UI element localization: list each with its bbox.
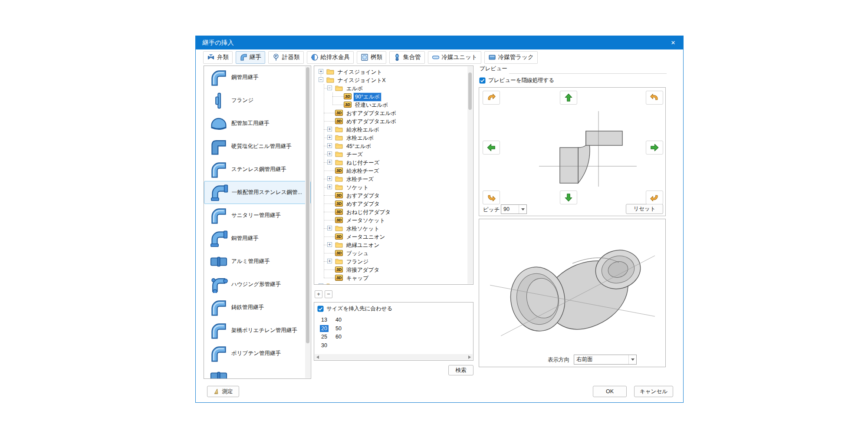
category-stainless-pipe[interactable]: ステンレス鋼管用継手 bbox=[204, 158, 311, 181]
category-general-stainless[interactable]: 一般配管用ステンレス鋼管... bbox=[204, 181, 311, 204]
category-steel-pipe[interactable]: 鋼管用継手 bbox=[204, 66, 311, 89]
tree-item[interactable]: 3Dおすアダプタエルボ bbox=[314, 109, 467, 117]
tree-item[interactable]: +絶縁ユニオン bbox=[314, 241, 467, 249]
size-option[interactable]: 25 bbox=[320, 333, 329, 340]
tree-item[interactable]: 3Dめすアダプタ bbox=[314, 200, 467, 208]
category-flange[interactable]: フランジ bbox=[204, 89, 311, 112]
expand-icon[interactable]: + bbox=[327, 135, 332, 140]
scroll-right-icon[interactable] bbox=[468, 355, 471, 359]
view-direction-dropdown[interactable]: 右前面 bbox=[574, 355, 637, 365]
size-option[interactable]: 40 bbox=[334, 316, 343, 323]
hidden-line-checkbox-row[interactable]: プレビューを隠線処理する bbox=[479, 77, 554, 84]
tab-refrigerant-racks[interactable]: 冷媒管ラック bbox=[484, 51, 538, 64]
tree-item[interactable]: +水栓エルボ bbox=[314, 134, 467, 142]
move-down-button[interactable] bbox=[560, 191, 577, 204]
collapse-all-button[interactable]: − bbox=[325, 290, 332, 298]
category-housing-type[interactable]: ハウジング形管継手 bbox=[204, 273, 311, 296]
rotate-top-left-button[interactable] bbox=[483, 91, 500, 105]
expand-icon[interactable]: + bbox=[327, 160, 332, 164]
tree-item[interactable]: 3D給水栓チーズ bbox=[314, 167, 467, 175]
expand-all-button[interactable]: + bbox=[315, 290, 322, 298]
size-option[interactable]: 30 bbox=[320, 342, 329, 349]
tree-scrollbar[interactable] bbox=[467, 66, 473, 284]
tab-refrigerant-units[interactable]: 冷媒ユニット bbox=[428, 51, 481, 64]
category-pipe-processing[interactable]: 配管加工用継手 bbox=[204, 112, 311, 135]
expand-icon[interactable]: + bbox=[327, 143, 332, 148]
sidebar-scrollbar[interactable] bbox=[305, 66, 310, 378]
tree-item[interactable]: −ナイスジョイントX bbox=[314, 76, 467, 84]
measure-button[interactable]: 測定 bbox=[207, 386, 239, 397]
tree-item[interactable]: 3D径違いエルボ bbox=[314, 101, 467, 109]
category-cast-iron-pipe[interactable]: 鋳鉄管用継手 bbox=[204, 296, 311, 319]
rotate-top-right-button[interactable] bbox=[646, 91, 663, 105]
category-aluminum-pipe[interactable]: アルミ管用継手 bbox=[204, 250, 311, 273]
scroll-left-icon[interactable] bbox=[316, 355, 319, 359]
collapse-icon[interactable]: − bbox=[319, 77, 323, 82]
tree-item[interactable]: + bbox=[314, 282, 467, 285]
tree-item[interactable]: +チーズ bbox=[314, 150, 467, 158]
tree-item[interactable]: +45°エルボ bbox=[314, 142, 467, 150]
ok-button[interactable]: OK bbox=[593, 386, 627, 397]
chevron-down-icon[interactable] bbox=[628, 355, 636, 364]
tree-item[interactable]: 3Dおすアダプタ bbox=[314, 191, 467, 200]
move-left-button[interactable] bbox=[483, 141, 500, 155]
category-polybutene-pipe[interactable]: ポリブテン管用継手 bbox=[204, 342, 311, 365]
tree-item[interactable]: 3Dおねじ付アダプタ bbox=[314, 208, 467, 216]
cancel-button[interactable]: キャンセル bbox=[634, 386, 673, 397]
size-option[interactable]: 50 bbox=[334, 325, 343, 332]
expand-icon[interactable]: + bbox=[327, 226, 332, 230]
fit-size-checkbox-row[interactable]: サイズを挿入先に合わせる bbox=[317, 305, 392, 312]
reset-button[interactable]: リセット bbox=[626, 204, 663, 214]
tree-item[interactable]: 3Dメータユニオン bbox=[314, 233, 467, 241]
sidebar-scrollbar-thumb[interactable] bbox=[306, 67, 309, 343]
tree-item[interactable]: +フランジ bbox=[314, 257, 467, 266]
collapse-icon[interactable]: − bbox=[327, 85, 332, 90]
expand-icon[interactable]: + bbox=[327, 127, 332, 132]
category-crosslinked-polyethylene[interactable]: 架橋ポリエチレン管用継手 bbox=[204, 319, 311, 342]
chevron-down-icon[interactable] bbox=[519, 205, 526, 214]
category-copper-pipe[interactable]: 銅管用継手 bbox=[204, 227, 311, 250]
pitch-dropdown[interactable]: 90 bbox=[501, 204, 527, 214]
dialog-titlebar[interactable]: 継手の挿入 ✕ bbox=[196, 36, 683, 49]
category-pvc-pipe[interactable]: 硬質塩化ビニル管用継手 bbox=[204, 135, 311, 158]
tree-item[interactable]: +ねじ付チーズ bbox=[314, 158, 467, 167]
expand-icon[interactable]: + bbox=[327, 151, 332, 156]
expand-icon[interactable]: + bbox=[327, 242, 332, 247]
expand-icon[interactable]: + bbox=[319, 69, 323, 74]
checked-checkbox-icon[interactable] bbox=[479, 77, 486, 84]
tree-item[interactable]: +水栓チーズ bbox=[314, 175, 467, 183]
tree-item[interactable]: +給水栓エルボ bbox=[314, 125, 467, 134]
tab-fittings[interactable]: 継手 bbox=[236, 51, 265, 64]
tree-item[interactable]: +水栓ソケット bbox=[314, 224, 467, 233]
tab-valves[interactable]: 弁類 bbox=[203, 51, 233, 64]
size-horizontal-scrollbar[interactable] bbox=[315, 354, 473, 360]
category-partial[interactable] bbox=[204, 365, 311, 379]
size-option[interactable]: 20 bbox=[320, 325, 329, 332]
tab-plumbing-fixtures[interactable]: 給排水金具 bbox=[307, 51, 354, 64]
checked-checkbox-icon[interactable] bbox=[317, 306, 324, 312]
size-option[interactable]: 60 bbox=[334, 333, 343, 340]
size-option[interactable]: 13 bbox=[320, 316, 329, 323]
tree-item[interactable]: 3Dキャップ bbox=[314, 274, 467, 282]
close-icon[interactable]: ✕ bbox=[663, 36, 683, 49]
tab-manifolds[interactable]: 集合管 bbox=[389, 51, 425, 64]
search-button[interactable]: 検索 bbox=[448, 365, 473, 375]
expand-icon[interactable]: + bbox=[327, 176, 332, 181]
tab-basins[interactable]: 桝類 bbox=[357, 51, 386, 64]
category-sanitary-pipe[interactable]: サニタリー管用継手 bbox=[204, 204, 311, 227]
rotate-bottom-left-button[interactable] bbox=[483, 191, 500, 204]
tree-item[interactable]: 3D溶接アダプタ bbox=[314, 266, 467, 274]
tree-item[interactable]: +ソケット bbox=[314, 183, 467, 191]
tree-item[interactable]: +ナイスジョイント bbox=[314, 68, 467, 76]
expand-icon[interactable]: + bbox=[327, 259, 332, 263]
rotate-bottom-right-button[interactable] bbox=[646, 191, 663, 204]
expand-icon[interactable]: + bbox=[319, 283, 323, 285]
tree-item[interactable]: 3Dめすアダプタエルボ bbox=[314, 117, 467, 125]
tab-instruments[interactable]: P計器類 bbox=[268, 51, 304, 64]
tree-item[interactable]: −エルボ bbox=[314, 84, 467, 92]
tree-scrollbar-thumb[interactable] bbox=[468, 72, 472, 110]
tree-item[interactable]: 3D90°エルボ bbox=[314, 92, 467, 101]
tree-item[interactable]: 3Dブッシュ bbox=[314, 249, 467, 257]
expand-icon[interactable]: + bbox=[327, 184, 332, 189]
move-right-button[interactable] bbox=[646, 141, 663, 155]
